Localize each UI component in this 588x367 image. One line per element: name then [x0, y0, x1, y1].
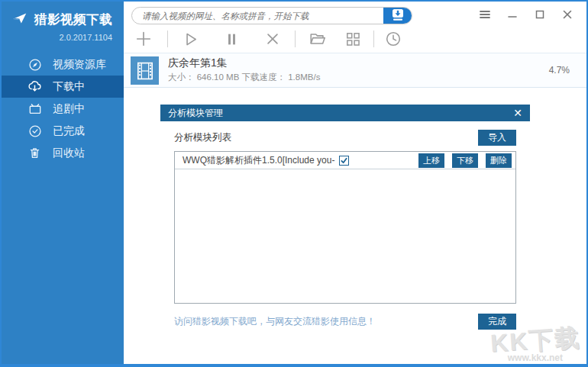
plugin-name: WWQ猎影解析插件1.5.0[Include you- [183, 154, 334, 167]
cloud-download-icon [27, 79, 43, 95]
toolbar-separator [167, 31, 168, 47]
play-icon[interactable] [180, 29, 200, 49]
minimize-icon[interactable] [506, 8, 519, 21]
dialog-footer: 访问猎影视频下载吧，与网友交流猎影使用信息！ 完成 [174, 314, 516, 330]
download-title: 庆余年第1集 [168, 56, 228, 70]
sidebar: 猎影视频下载 2.0.2017.1104 视频资源库 [2, 2, 124, 364]
list-label-row: 分析模块列表 导入 [174, 130, 516, 146]
analysis-module-dialog: 分析模块管理 ✕ 分析模块列表 导入 WWQ猎影解析插件1.5.0[Includ… [160, 105, 530, 330]
move-down-button[interactable]: 下移 [452, 153, 478, 168]
plugin-checkbox[interactable] [339, 156, 349, 166]
history-icon[interactable] [383, 29, 403, 49]
pause-icon[interactable] [221, 29, 241, 49]
dialog-title: 分析模块管理 [168, 107, 223, 120]
sidebar-item-recycle-bin[interactable]: 回收站 [2, 142, 124, 164]
sidebar-item-downloading[interactable]: 下载中 [2, 76, 124, 98]
import-button[interactable]: 导入 [478, 130, 516, 146]
download-icon [390, 8, 405, 24]
search-bar [131, 7, 412, 24]
trash-icon [27, 145, 43, 161]
done-button[interactable]: 完成 [478, 314, 516, 330]
toolbar-separator [295, 31, 296, 47]
add-icon[interactable] [134, 29, 153, 49]
sidebar-item-label: 回收站 [53, 146, 85, 160]
search-input[interactable] [132, 8, 383, 24]
community-link[interactable]: 访问猎影视频下载吧，与网友交流猎影使用信息！ [174, 315, 376, 328]
film-icon [131, 56, 159, 85]
tv-icon [27, 101, 43, 117]
check-circle-icon [27, 123, 43, 139]
app-logo-icon [11, 10, 28, 30]
close-icon[interactable] [561, 8, 573, 21]
download-item-row[interactable]: 庆余年第1集 大小： 646.10 MB 下载速度： 1.8MB/s 4.7% [124, 53, 586, 88]
app-version: 2.0.2017.1104 [2, 30, 124, 42]
sidebar-menu: 视频资源库 下载中 追 [2, 53, 124, 164]
app-brand: 猎影视频下载 [2, 2, 124, 30]
sidebar-item-video-library[interactable]: 视频资源库 [2, 53, 124, 76]
app-window: 猎影视频下载 2.0.2017.1104 视频资源库 [0, 0, 588, 367]
move-up-button[interactable]: 上移 [418, 153, 444, 168]
toolbar-separator [373, 31, 374, 47]
maximize-icon[interactable] [534, 8, 546, 21]
compass-icon [27, 56, 43, 72]
toolbar [134, 27, 403, 50]
sidebar-item-completed[interactable]: 已完成 [2, 120, 124, 142]
sidebar-item-series[interactable]: 追剧中 [2, 98, 124, 120]
sidebar-item-label: 视频资源库 [53, 58, 106, 72]
dialog-body: 分析模块列表 导入 WWQ猎影解析插件1.5.0[Include you- 上移… [160, 130, 530, 330]
plugin-row[interactable]: WWQ猎影解析插件1.5.0[Include you- 上移 下移 删除 [175, 152, 515, 169]
menu-icon[interactable] [479, 8, 491, 21]
app-title: 猎影视频下载 [34, 11, 112, 28]
sidebar-item-label: 追剧中 [53, 102, 85, 116]
sidebar-item-label: 已完成 [53, 124, 85, 138]
download-meta: 大小： 646.10 MB 下载速度： 1.8MB/s [168, 72, 320, 83]
delete-icon[interactable] [263, 29, 283, 49]
grid-icon[interactable] [343, 29, 363, 49]
download-progress: 4.7% [549, 65, 570, 76]
search-download-button[interactable] [383, 8, 412, 24]
window-controls [479, 8, 573, 21]
dialog-titlebar: 分析模块管理 ✕ [160, 105, 530, 121]
dialog-close-icon[interactable]: ✕ [513, 108, 522, 118]
folder-icon[interactable] [308, 29, 328, 49]
module-list-label: 分析模块列表 [174, 131, 231, 144]
delete-plugin-button[interactable]: 删除 [486, 153, 512, 168]
sidebar-item-label: 下载中 [53, 80, 85, 94]
main-area: 庆余年第1集 大小： 646.10 MB 下载速度： 1.8MB/s 4.7% … [124, 2, 586, 364]
module-list: WWQ猎影解析插件1.5.0[Include you- 上移 下移 删除 [174, 151, 516, 304]
